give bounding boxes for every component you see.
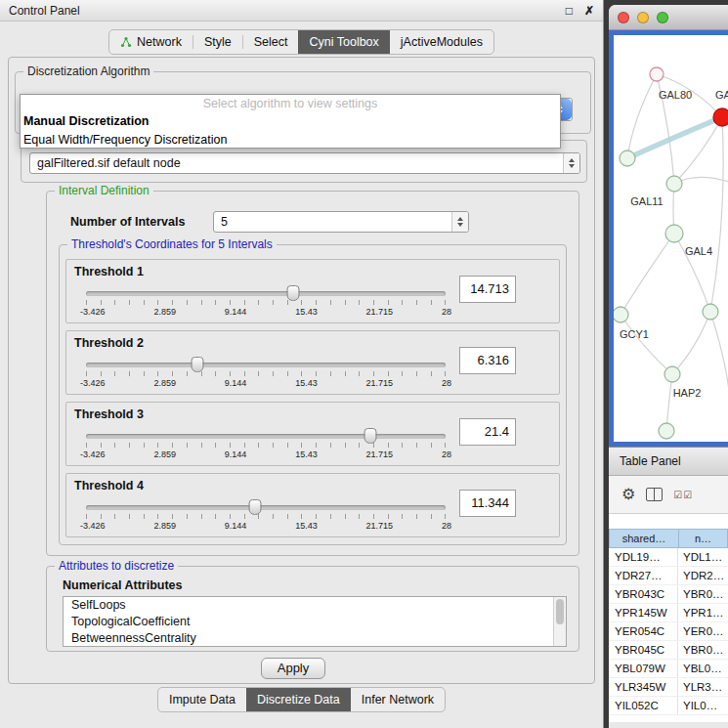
network-node-gcy1[interactable] (614, 307, 628, 322)
list-item-topologicalcoefficient[interactable]: TopologicalCoefficient (64, 614, 566, 630)
cell[interactable]: YBR0… (678, 588, 728, 600)
cell[interactable]: YDR2… (678, 570, 728, 581)
threshold-1-value-field[interactable]: 14.713 (459, 276, 516, 303)
network-edge[interactable] (710, 312, 728, 391)
minimize-traffic-light[interactable] (637, 12, 649, 23)
network-edge[interactable] (621, 315, 672, 374)
option-manual-discretization[interactable]: Manual Discretization (21, 112, 560, 131)
cell[interactable]: YBL079W (609, 660, 678, 677)
network-node[interactable] (703, 304, 718, 320)
table-data-combobox[interactable]: galFiltered.sif default node (29, 152, 580, 174)
threshold-2-panel: Threshold 2 -3.426 2.859 9.144 15.43 21.… (65, 330, 560, 395)
tab-infer-network[interactable]: Infer Network (351, 688, 445, 711)
selected-red-node[interactable] (713, 108, 728, 126)
cell[interactable]: YPR145W (609, 604, 678, 621)
threshold-2-slider[interactable]: -3.426 2.859 9.144 15.43 21.715 28 (86, 357, 446, 392)
cell[interactable]: YDL1… (678, 551, 728, 563)
cell[interactable]: YPR1… (678, 607, 728, 619)
tab-discretize-data[interactable]: Discretize Data (246, 688, 351, 711)
slider-thumb[interactable] (192, 357, 204, 372)
slider-track[interactable] (86, 434, 446, 439)
cell[interactable]: YIL0… (678, 700, 728, 711)
network-node[interactable] (620, 150, 635, 166)
cell[interactable]: YER0… (678, 625, 728, 637)
table-row[interactable]: YBL079WYBL0… (609, 660, 728, 678)
table-data-combobox-stepper[interactable] (563, 153, 579, 173)
slider-thumb[interactable] (287, 285, 300, 301)
slider-ticks (86, 300, 446, 305)
slider-ticks (86, 371, 446, 376)
cell[interactable]: YIL052C (609, 697, 678, 714)
number-of-intervals-value: 5 (214, 215, 451, 229)
network-node[interactable] (650, 67, 664, 81)
cell[interactable]: YLR3… (678, 681, 728, 693)
slider-scale: -3.426 2.859 9.144 15.43 21.715 28 (80, 378, 451, 388)
option-equal-width-frequency[interactable]: Equal Width/Frequency Discretization (21, 131, 560, 150)
tab-network[interactable]: Network (109, 30, 193, 54)
tab-select[interactable]: Select (243, 30, 299, 54)
scale-label: 9.144 (225, 307, 247, 317)
gear-icon[interactable]: ⚙ (621, 487, 635, 502)
network-node[interactable] (666, 176, 682, 192)
close-icon[interactable]: ✗ (584, 5, 594, 17)
table-row[interactable]: YIL052CYIL0… (609, 697, 728, 715)
list-item-betweennesscentrality[interactable]: BetweennessCentrality (64, 630, 566, 647)
zoom-traffic-light[interactable] (657, 12, 668, 23)
network-canvas[interactable]: GAL80 GA GAL11 GAL4 GCY1 HAP2 (614, 35, 728, 442)
slider-thumb[interactable] (248, 499, 261, 515)
number-of-intervals-stepper[interactable] (451, 212, 468, 232)
cell[interactable]: YLR345W (609, 678, 678, 696)
threshold-4-value-field[interactable]: 11.344 (459, 490, 516, 517)
network-edge[interactable] (710, 117, 723, 312)
table-row[interactable]: YBR043CYBR0… (609, 585, 728, 604)
tab-cyni-toolbox[interactable]: Cyni Toolbox (298, 30, 389, 54)
cell[interactable]: YBR045C (609, 641, 678, 659)
threshold-3-slider[interactable]: -3.426 2.859 9.144 15.43 21.715 28 (86, 428, 446, 463)
network-edge[interactable] (672, 312, 710, 374)
network-node[interactable] (659, 423, 674, 439)
table-row[interactable]: YDR27…YDR2… (609, 567, 728, 585)
column-header-name[interactable]: n… (678, 529, 728, 548)
cell[interactable]: YBR043C (609, 585, 678, 603)
threshold-1-slider[interactable]: -3.426 2.859 9.144 15.43 21.715 28 (86, 285, 446, 321)
network-edge[interactable] (666, 374, 672, 431)
threshold-2-value-field[interactable]: 6.316 (459, 347, 516, 374)
slider-track[interactable] (86, 505, 446, 510)
network-tab-icon (120, 36, 132, 48)
apply-button[interactable]: Apply (261, 658, 325, 679)
slider-track[interactable] (86, 363, 446, 367)
threshold-3-value-field[interactable]: 21.4 (459, 418, 516, 446)
number-of-intervals-combobox[interactable]: 5 (213, 211, 469, 233)
cell[interactable]: YER054C (609, 622, 678, 640)
list-scrollbar[interactable] (553, 597, 566, 646)
highlighted-network-edge[interactable] (627, 117, 722, 158)
cell[interactable]: YBL0… (678, 663, 728, 674)
cell[interactable]: YDL19… (609, 548, 678, 566)
threshold-4-slider[interactable]: -3.426 2.859 9.144 15.43 21.715 28 (86, 499, 446, 535)
scrollbar-thumb[interactable] (556, 599, 564, 624)
slider-thumb[interactable] (364, 428, 376, 444)
network-node-gal4[interactable] (665, 225, 683, 242)
table-row[interactable]: YBR045CYBR0… (609, 641, 728, 660)
network-node-hap2[interactable] (664, 366, 680, 382)
slider-track[interactable] (86, 291, 446, 296)
select-columns-checkboxes-icon[interactable]: ☑☑ (673, 490, 693, 500)
tab-jactivemodules[interactable]: jActiveModules (390, 30, 493, 54)
network-edge[interactable] (621, 234, 674, 315)
tab-style[interactable]: Style (193, 30, 242, 54)
tab-impute-data[interactable]: Impute Data (158, 688, 246, 711)
float-window-icon[interactable]: □ (566, 5, 573, 17)
table-data-combobox-value: galFiltered.sif default node (30, 156, 563, 170)
cell[interactable]: YDR27… (609, 567, 678, 584)
list-item-selfloops[interactable]: SelfLoops (64, 597, 566, 614)
column-selector-icon[interactable] (646, 488, 663, 501)
tab-style-label: Style (204, 35, 232, 49)
close-traffic-light[interactable] (618, 12, 629, 23)
scale-label: 21.715 (366, 307, 394, 317)
table-row[interactable]: YER054CYER0… (609, 622, 728, 641)
column-header-shared-name[interactable]: shared… (609, 529, 678, 548)
table-row[interactable]: YDL19…YDL1… (609, 548, 728, 567)
table-row[interactable]: YLR345WYLR3… (609, 678, 728, 697)
table-row[interactable]: YPR145WYPR1… (609, 604, 728, 622)
cell[interactable]: YBR0… (678, 644, 728, 656)
